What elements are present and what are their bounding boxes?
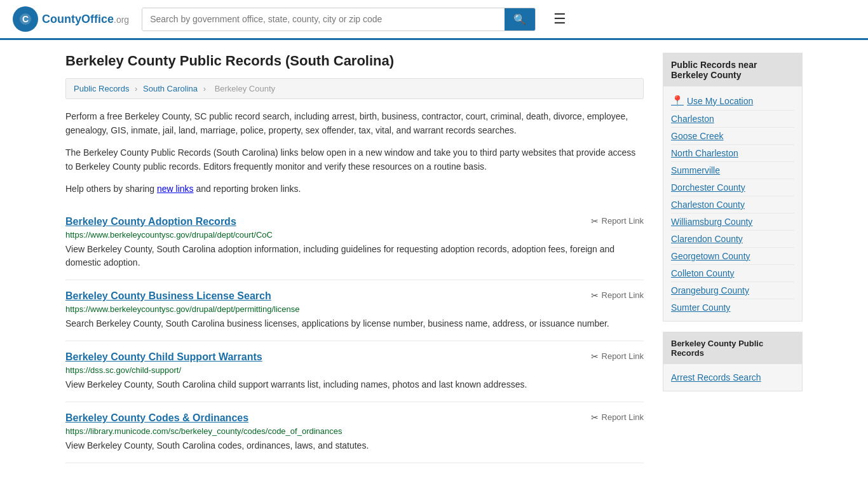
- record-title[interactable]: Berkeley County Business License Search: [65, 290, 271, 302]
- search-button[interactable]: 🔍: [505, 8, 535, 30]
- record-title[interactable]: Berkeley County Adoption Records: [65, 216, 236, 227]
- record-url: https://dss.sc.gov/child-support/: [65, 365, 644, 375]
- breadcrumb-current: Berkeley County: [215, 84, 275, 93]
- use-my-location[interactable]: 📍 Use My Location: [671, 92, 794, 111]
- hamburger-icon: ☰: [553, 11, 566, 27]
- report-link-icon: ✂: [591, 290, 599, 301]
- search-input[interactable]: [142, 8, 505, 30]
- description-p3: Help others by sharing new links and rep…: [65, 182, 644, 196]
- new-links-link[interactable]: new links: [157, 184, 194, 194]
- record-item: Berkeley County Child Support Warrants ✂…: [65, 341, 644, 402]
- nearby-link[interactable]: Goose Creek: [671, 128, 794, 145]
- berkeley-records-links: Arrest Records Search: [663, 364, 802, 391]
- breadcrumb-link-south-carolina[interactable]: South Carolina: [143, 84, 198, 93]
- report-link[interactable]: ✂ Report Link: [591, 216, 644, 226]
- nearby-link[interactable]: Summerville: [671, 162, 794, 179]
- report-link-icon: ✂: [591, 351, 599, 362]
- description-p2: The Berkeley County Public Records (Sout…: [65, 146, 644, 174]
- nearby-link[interactable]: Clarendon County: [671, 231, 794, 248]
- menu-button[interactable]: ☰: [548, 8, 571, 30]
- svg-text:C: C: [22, 14, 29, 24]
- record-url: https://www.berkeleycountysc.gov/drupal/…: [65, 304, 644, 314]
- record-title[interactable]: Berkeley County Codes & Ordinances: [65, 412, 248, 424]
- report-link[interactable]: ✂ Report Link: [591, 412, 644, 423]
- page-title: Berkeley County Public Records (South Ca…: [65, 53, 644, 69]
- nearby-link[interactable]: Orangeburg County: [671, 282, 794, 299]
- nearby-section-title: Public Records near Berkeley County: [663, 53, 802, 86]
- breadcrumb: Public Records › South Carolina › Berkel…: [65, 78, 644, 99]
- record-item: Berkeley County Adoption Records ✂ Repor…: [65, 206, 644, 280]
- nearby-link[interactable]: Charleston County: [671, 196, 794, 214]
- sidebar: Public Records near Berkeley County 📍 Us…: [663, 53, 803, 463]
- logo-icon: C: [13, 6, 38, 32]
- nearby-links-container: 📍 Use My Location CharlestonGoose CreekN…: [663, 86, 802, 321]
- report-link-label: Report Link: [602, 351, 644, 361]
- nearby-link[interactable]: Charleston: [671, 111, 794, 128]
- berkeley-records-section: Berkeley County Public Records Arrest Re…: [663, 332, 803, 391]
- report-link-icon: ✂: [591, 412, 599, 423]
- nearby-section: Public Records near Berkeley County 📍 Us…: [663, 53, 803, 322]
- berkeley-records-title: Berkeley County Public Records: [663, 332, 802, 364]
- breadcrumb-separator: ›: [203, 84, 206, 93]
- nearby-link[interactable]: Sumter County: [671, 299, 794, 316]
- description-p3-before: Help others by sharing: [65, 184, 157, 194]
- description-p1: Perform a free Berkeley County, SC publi…: [65, 109, 644, 138]
- nearby-link[interactable]: Colleton County: [671, 265, 794, 282]
- records-list: Berkeley County Adoption Records ✂ Repor…: [65, 206, 644, 463]
- search-icon: 🔍: [513, 14, 526, 25]
- nearby-link[interactable]: North Charleston: [671, 145, 794, 162]
- record-url: https://www.berkeleycountysc.gov/drupal/…: [65, 230, 644, 240]
- nearby-links: CharlestonGoose CreekNorth CharlestonSum…: [671, 111, 794, 316]
- report-link[interactable]: ✂ Report Link: [591, 351, 644, 362]
- record-item: Berkeley County Business License Search …: [65, 280, 644, 341]
- site-logo[interactable]: C CountyOffice.org: [13, 6, 129, 32]
- berkeley-links: Arrest Records Search: [671, 369, 794, 386]
- report-link-label: Report Link: [602, 290, 644, 300]
- report-link-icon: ✂: [591, 216, 599, 226]
- record-desc: View Berkeley County, South Carolina ado…: [65, 243, 644, 269]
- record-url: https://library.municode.com/sc/berkeley…: [65, 426, 644, 436]
- logo-text: CountyOffice.org: [42, 13, 129, 26]
- nearby-link[interactable]: Dorchester County: [671, 179, 794, 196]
- record-desc: View Berkeley County, South Carolina chi…: [65, 378, 644, 391]
- location-pin-icon: 📍: [671, 95, 684, 107]
- record-title[interactable]: Berkeley County Child Support Warrants: [65, 351, 262, 363]
- record-desc: Search Berkeley County, South Carolina b…: [65, 317, 644, 330]
- report-link-label: Report Link: [602, 216, 644, 226]
- breadcrumb-link-public-records[interactable]: Public Records: [74, 84, 129, 93]
- report-link-label: Report Link: [602, 412, 644, 422]
- description-p3-after: and reporting broken links.: [194, 184, 301, 194]
- use-location-label: Use My Location: [687, 96, 753, 106]
- berkeley-records-link[interactable]: Arrest Records Search: [671, 369, 794, 386]
- nearby-link[interactable]: Williamsburg County: [671, 214, 794, 231]
- record-desc: View Berkeley County, South Carolina cod…: [65, 439, 644, 452]
- nearby-link[interactable]: Georgetown County: [671, 248, 794, 265]
- report-link[interactable]: ✂ Report Link: [591, 290, 644, 301]
- search-bar: 🔍: [142, 8, 536, 31]
- breadcrumb-separator: ›: [135, 84, 137, 93]
- record-item: Berkeley County Codes & Ordinances ✂ Rep…: [65, 402, 644, 463]
